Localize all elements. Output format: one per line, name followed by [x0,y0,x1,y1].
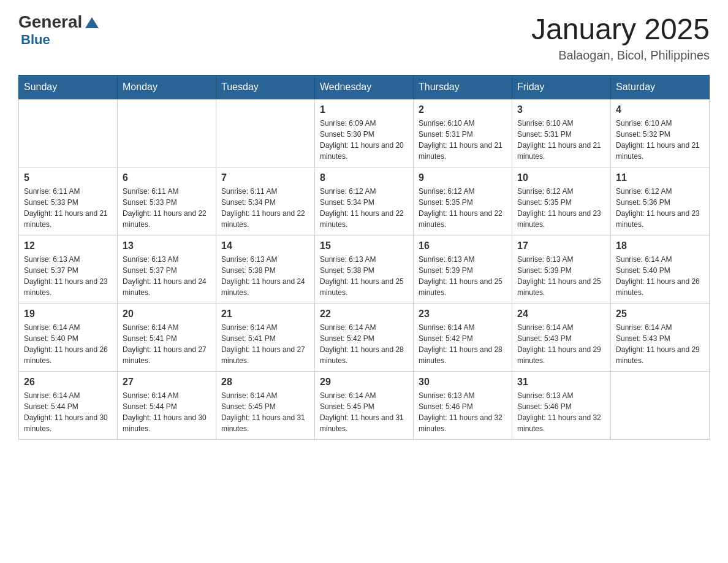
day-number: 14 [221,240,309,251]
calendar-cell: 6Sunrise: 6:11 AM Sunset: 5:33 PM Daylig… [118,167,216,236]
day-info: Sunrise: 6:14 AM Sunset: 5:45 PM Dayligh… [320,390,408,434]
day-info: Sunrise: 6:13 AM Sunset: 5:37 PM Dayligh… [123,254,211,298]
calendar-cell: 14Sunrise: 6:13 AM Sunset: 5:38 PM Dayli… [216,236,315,304]
calendar-week-row: 19Sunrise: 6:14 AM Sunset: 5:40 PM Dayli… [19,304,710,372]
day-info: Sunrise: 6:11 AM Sunset: 5:33 PM Dayligh… [24,186,112,230]
calendar-cell [19,99,118,167]
day-info: Sunrise: 6:12 AM Sunset: 5:35 PM Dayligh… [517,186,605,230]
day-number: 31 [517,377,605,388]
day-info: Sunrise: 6:14 AM Sunset: 5:45 PM Dayligh… [221,390,309,434]
day-number: 25 [616,308,704,320]
logo-triangle-icon [85,17,99,31]
day-info: Sunrise: 6:14 AM Sunset: 5:40 PM Dayligh… [24,322,112,366]
logo-blue-text: Blue [21,32,99,48]
calendar-cell: 4Sunrise: 6:10 AM Sunset: 5:32 PM Daylig… [611,99,710,167]
day-number: 1 [320,104,408,115]
calendar-cell: 27Sunrise: 6:14 AM Sunset: 5:44 PM Dayli… [118,372,216,440]
day-info: Sunrise: 6:14 AM Sunset: 5:41 PM Dayligh… [221,322,309,366]
day-info: Sunrise: 6:10 AM Sunset: 5:32 PM Dayligh… [616,118,704,162]
day-number: 2 [419,104,507,115]
day-info: Sunrise: 6:13 AM Sunset: 5:39 PM Dayligh… [517,254,605,298]
day-number: 26 [24,377,112,388]
calendar-subtitle: Balaogan, Bicol, Philippines [531,48,710,63]
day-number: 10 [517,172,605,183]
day-info: Sunrise: 6:10 AM Sunset: 5:31 PM Dayligh… [419,118,507,162]
calendar-cell: 13Sunrise: 6:13 AM Sunset: 5:37 PM Dayli… [118,236,216,304]
day-number: 23 [419,308,507,320]
header-tuesday: Tuesday [216,75,315,99]
page-header: General Blue January 2025 Balaogan, Bico… [18,12,710,63]
calendar-cell: 25Sunrise: 6:14 AM Sunset: 5:43 PM Dayli… [611,304,710,372]
calendar-cell [118,99,216,167]
day-info: Sunrise: 6:13 AM Sunset: 5:38 PM Dayligh… [221,254,309,298]
day-info: Sunrise: 6:12 AM Sunset: 5:36 PM Dayligh… [616,186,704,230]
calendar-cell [611,372,710,440]
logo-general-text: General [18,12,82,32]
day-info: Sunrise: 6:14 AM Sunset: 5:43 PM Dayligh… [517,322,605,366]
day-info: Sunrise: 6:14 AM Sunset: 5:44 PM Dayligh… [24,390,112,434]
calendar-cell: 28Sunrise: 6:14 AM Sunset: 5:45 PM Dayli… [216,372,315,440]
calendar-table: SundayMondayTuesdayWednesdayThursdayFrid… [18,75,710,440]
day-number: 18 [616,240,704,251]
calendar-cell: 9Sunrise: 6:12 AM Sunset: 5:35 PM Daylig… [414,167,512,236]
day-number: 17 [517,240,605,251]
day-info: Sunrise: 6:12 AM Sunset: 5:34 PM Dayligh… [320,186,408,230]
calendar-cell: 30Sunrise: 6:13 AM Sunset: 5:46 PM Dayli… [414,372,512,440]
calendar-cell: 19Sunrise: 6:14 AM Sunset: 5:40 PM Dayli… [19,304,118,372]
header-thursday: Thursday [414,75,512,99]
day-number: 22 [320,308,408,320]
header-monday: Monday [118,75,216,99]
day-number: 11 [616,172,704,183]
calendar-week-row: 12Sunrise: 6:13 AM Sunset: 5:37 PM Dayli… [19,236,710,304]
calendar-week-row: 1Sunrise: 6:09 AM Sunset: 5:30 PM Daylig… [19,99,710,167]
day-info: Sunrise: 6:13 AM Sunset: 5:37 PM Dayligh… [24,254,112,298]
day-info: Sunrise: 6:11 AM Sunset: 5:34 PM Dayligh… [221,186,309,230]
day-number: 16 [419,240,507,251]
calendar-title: January 2025 [531,12,710,46]
header-sunday: Sunday [19,75,118,99]
day-info: Sunrise: 6:14 AM Sunset: 5:42 PM Dayligh… [320,322,408,366]
day-number: 3 [517,104,605,115]
calendar-cell: 10Sunrise: 6:12 AM Sunset: 5:35 PM Dayli… [512,167,611,236]
day-info: Sunrise: 6:13 AM Sunset: 5:46 PM Dayligh… [419,390,507,434]
day-info: Sunrise: 6:14 AM Sunset: 5:43 PM Dayligh… [616,322,704,366]
logo: General Blue [18,12,99,48]
day-info: Sunrise: 6:11 AM Sunset: 5:33 PM Dayligh… [123,186,211,230]
header-friday: Friday [512,75,611,99]
day-info: Sunrise: 6:14 AM Sunset: 5:40 PM Dayligh… [616,254,704,298]
day-number: 13 [123,240,211,251]
day-number: 5 [24,172,112,183]
calendar-cell: 2Sunrise: 6:10 AM Sunset: 5:31 PM Daylig… [414,99,512,167]
day-info: Sunrise: 6:13 AM Sunset: 5:46 PM Dayligh… [517,390,605,434]
calendar-cell: 24Sunrise: 6:14 AM Sunset: 5:43 PM Dayli… [512,304,611,372]
day-number: 24 [517,308,605,320]
day-number: 8 [320,172,408,183]
calendar-header-row: SundayMondayTuesdayWednesdayThursdayFrid… [19,75,710,99]
calendar-cell: 17Sunrise: 6:13 AM Sunset: 5:39 PM Dayli… [512,236,611,304]
calendar-cell: 7Sunrise: 6:11 AM Sunset: 5:34 PM Daylig… [216,167,315,236]
header-saturday: Saturday [611,75,710,99]
calendar-cell: 15Sunrise: 6:13 AM Sunset: 5:38 PM Dayli… [315,236,414,304]
calendar-cell: 16Sunrise: 6:13 AM Sunset: 5:39 PM Dayli… [414,236,512,304]
calendar-cell: 3Sunrise: 6:10 AM Sunset: 5:31 PM Daylig… [512,99,611,167]
calendar-cell: 8Sunrise: 6:12 AM Sunset: 5:34 PM Daylig… [315,167,414,236]
calendar-cell: 20Sunrise: 6:14 AM Sunset: 5:41 PM Dayli… [118,304,216,372]
calendar-cell: 12Sunrise: 6:13 AM Sunset: 5:37 PM Dayli… [19,236,118,304]
calendar-cell: 31Sunrise: 6:13 AM Sunset: 5:46 PM Dayli… [512,372,611,440]
header-wednesday: Wednesday [315,75,414,99]
calendar-cell: 29Sunrise: 6:14 AM Sunset: 5:45 PM Dayli… [315,372,414,440]
day-info: Sunrise: 6:12 AM Sunset: 5:35 PM Dayligh… [419,186,507,230]
day-number: 29 [320,377,408,388]
day-info: Sunrise: 6:09 AM Sunset: 5:30 PM Dayligh… [320,118,408,162]
day-number: 6 [123,172,211,183]
calendar-cell: 26Sunrise: 6:14 AM Sunset: 5:44 PM Dayli… [19,372,118,440]
calendar-week-row: 5Sunrise: 6:11 AM Sunset: 5:33 PM Daylig… [19,167,710,236]
day-info: Sunrise: 6:14 AM Sunset: 5:41 PM Dayligh… [123,322,211,366]
calendar-cell [216,99,315,167]
day-number: 4 [616,104,704,115]
day-info: Sunrise: 6:13 AM Sunset: 5:38 PM Dayligh… [320,254,408,298]
day-number: 27 [123,377,211,388]
calendar-cell: 1Sunrise: 6:09 AM Sunset: 5:30 PM Daylig… [315,99,414,167]
calendar-cell: 21Sunrise: 6:14 AM Sunset: 5:41 PM Dayli… [216,304,315,372]
calendar-cell: 22Sunrise: 6:14 AM Sunset: 5:42 PM Dayli… [315,304,414,372]
